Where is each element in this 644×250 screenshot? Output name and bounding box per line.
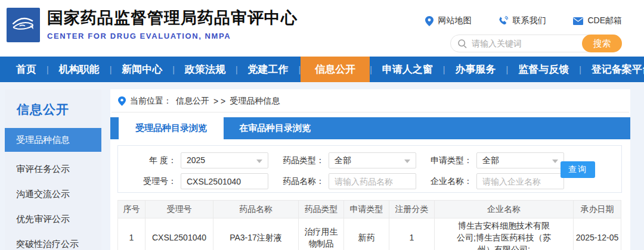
- breadcrumb-divider: [112, 112, 629, 112]
- link-mail[interactable]: CDE邮箱: [573, 15, 622, 26]
- nav-item-services[interactable]: 办事服务: [445, 57, 506, 82]
- year-label: 年 度：: [134, 155, 177, 166]
- acceptance-number-label: 受理号：: [134, 176, 177, 187]
- breadcrumb-current[interactable]: 受理品种信息: [230, 96, 280, 107]
- breadcrumb: 当前位置：信息公开 > > 受理品种信息: [110, 89, 630, 112]
- nav-item-information-disclosure[interactable]: 信息公开: [301, 57, 370, 82]
- sidebar-item-review-task-publicity[interactable]: 审评任务公示: [5, 163, 101, 175]
- nav-item-registration-platform[interactable]: 登记备案平台: [581, 57, 644, 82]
- breadcrumb-prefix: 当前位置：: [130, 96, 172, 107]
- drug-name-input[interactable]: [329, 173, 416, 189]
- acceptance-number-input[interactable]: [181, 173, 268, 189]
- apply-type-select-value: 全部: [482, 155, 499, 165]
- cell-registration-class: 1: [389, 218, 435, 250]
- main-panel: 当前位置：信息公开 > > 受理品种信息 受理品种目录浏览 在审品种目录浏览 年…: [110, 89, 630, 250]
- column-header-acceptance-number: 受理号: [145, 201, 213, 218]
- location-pin-icon: [118, 96, 126, 106]
- breadcrumb-section[interactable]: 信息公开: [176, 96, 209, 107]
- link-sitemap-label: 网站地图: [438, 15, 471, 26]
- nav-item-news[interactable]: 新闻中心: [112, 57, 172, 82]
- search-input[interactable]: [472, 39, 567, 48]
- site-search: 搜索: [450, 35, 622, 52]
- nav-item-policies[interactable]: 政策法规: [175, 57, 236, 82]
- sidebar-item-breakthrough-therapy-publicity[interactable]: 突破性治疗公示: [5, 238, 101, 250]
- site-header: 国家药品监督管理局药品审评中心 CENTER FOR DRUG EVALUATI…: [0, 0, 644, 57]
- results-table: 序号 受理号 药品名称 药品类型 申请类型 注册分类 企业名称 承办日期 1 C…: [117, 200, 621, 250]
- table-row: 1 CXSL2501040 PA3-17注射液 治疗用生物制品 新药 1 博生吉…: [118, 218, 621, 250]
- apply-type-label: 申请类型：: [429, 155, 472, 166]
- cell-company-text: 博生吉安科细胞技术有限公司;博生吉医药科技（苏州）有限公司;: [456, 220, 552, 250]
- column-header-apply-type: 申请类型: [344, 201, 389, 218]
- tab-bar: 受理品种目录浏览 在审品种目录浏览: [110, 117, 630, 139]
- tab-under-review-catalog[interactable]: 在审品种目录浏览: [224, 117, 326, 139]
- brand-block: 国家药品监督管理局药品审评中心 CENTER FOR DRUG EVALUATI…: [47, 8, 298, 40]
- cell-drug-name: PA3-17注射液: [213, 218, 299, 250]
- cell-acceptance-number: CXSL2501040: [145, 218, 213, 250]
- nav-item-home[interactable]: 首页: [6, 57, 47, 82]
- sidebar-item-communication-publicity[interactable]: 沟通交流公示: [5, 188, 101, 200]
- company-name-input[interactable]: [476, 173, 564, 189]
- cde-logo-icon: [9, 11, 38, 39]
- filter-row-2: 受理号： 药品名称： 企业名称：: [118, 173, 621, 189]
- chevron-down-icon: [404, 160, 410, 163]
- sidebar-item-accepted-varieties[interactable]: 受理品种信息: [5, 128, 101, 152]
- main-nav: 首页 | 机构职能 | 新闻中心 | 政策法规 | 党建工作 | 信息公开 | …: [0, 57, 644, 82]
- drug-type-select[interactable]: 全部: [329, 152, 416, 168]
- tab-accepted-catalog[interactable]: 受理品种目录浏览: [119, 117, 224, 139]
- mail-icon: [573, 17, 583, 25]
- location-pin-icon: [425, 16, 434, 26]
- link-mail-label: CDE邮箱: [587, 15, 622, 26]
- drug-name-label: 药品名称：: [281, 176, 324, 187]
- column-header-drug-type: 药品类型: [299, 201, 344, 218]
- cell-apply-type: 新药: [344, 218, 389, 250]
- table-header-row: 序号 受理号 药品名称 药品类型 申请类型 注册分类 企业名称 承办日期: [118, 201, 621, 218]
- site-subtitle: CENTER FOR DRUG EVALUATION, NMPA: [47, 32, 298, 40]
- nav-item-supervision-feedback[interactable]: 监督与反馈: [508, 57, 579, 82]
- link-contact-label: 联系我们: [512, 15, 546, 26]
- search-button[interactable]: 搜索: [582, 35, 622, 52]
- column-header-seq: 序号: [118, 201, 145, 218]
- link-contact[interactable]: 联系我们: [499, 15, 546, 26]
- sidebar-item-priority-review-publicity[interactable]: 优先审评公示: [5, 213, 101, 225]
- drug-type-select-value: 全部: [335, 155, 351, 165]
- header-quick-links: 网站地图 联系我们 CDE邮箱: [425, 15, 622, 26]
- breadcrumb-separator: > >: [213, 96, 225, 106]
- site-title: 国家药品监督管理局药品审评中心: [47, 8, 298, 28]
- query-button[interactable]: 查询: [561, 161, 595, 178]
- year-select-value: 2025: [187, 155, 205, 165]
- apply-type-select[interactable]: 全部: [476, 152, 564, 168]
- cell-company: 博生吉安科细胞技术有限公司;博生吉医药科技（苏州）有限公司;: [435, 218, 574, 250]
- cell-seq: 1: [118, 218, 145, 250]
- column-header-company: 企业名称: [435, 201, 574, 218]
- filter-panel: 年 度： 2025 药品类型： 全部 申请类型： 全部: [117, 145, 622, 193]
- year-select[interactable]: 2025: [181, 152, 268, 168]
- phone-icon: [499, 16, 508, 26]
- sidebar-title: 信息公开: [5, 89, 101, 118]
- nav-item-functions[interactable]: 机构职能: [49, 57, 110, 82]
- search-icon: [458, 39, 467, 48]
- company-name-label: 企业名称：: [429, 176, 472, 187]
- nav-item-applicant-window[interactable]: 申请人之窗: [372, 57, 443, 82]
- content-area: 信息公开 受理品种信息 审评任务公示 沟通交流公示 优先审评公示 突破性治疗公示…: [0, 82, 644, 250]
- nav-item-party-building[interactable]: 党建工作: [238, 57, 299, 82]
- cell-undertake-date: 2025-12-05: [574, 218, 621, 250]
- chevron-down-icon: [256, 160, 262, 163]
- sidebar: 信息公开 受理品种信息 审评任务公示 沟通交流公示 优先审评公示 突破性治疗公示: [5, 89, 101, 250]
- column-header-drug-name: 药品名称: [213, 201, 299, 218]
- cell-drug-type: 治疗用生物制品: [299, 218, 344, 250]
- filter-row-1: 年 度： 2025 药品类型： 全部 申请类型： 全部: [118, 152, 621, 168]
- cde-logo: [7, 8, 40, 42]
- cell-drug-type-text: 治疗用生物制品: [303, 226, 340, 249]
- link-sitemap[interactable]: 网站地图: [425, 15, 471, 26]
- drug-type-label: 药品类型：: [281, 155, 324, 166]
- column-header-registration-class: 注册分类: [389, 201, 435, 218]
- chevron-down-icon: [552, 160, 558, 163]
- column-header-undertake-date: 承办日期: [574, 201, 621, 218]
